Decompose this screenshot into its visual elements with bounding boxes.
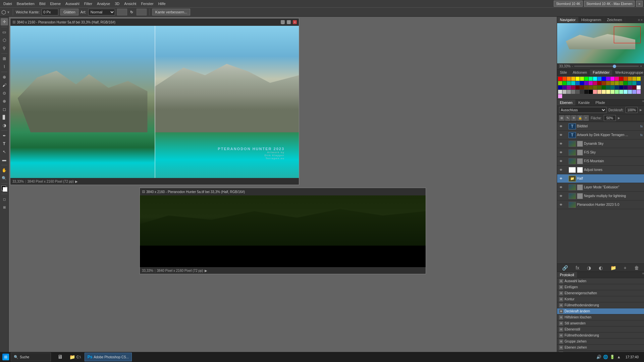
swatch-74[interactable] (632, 90, 636, 94)
tool-hand[interactable]: ✋ (1, 167, 8, 174)
tool-dodge[interactable]: ◑ (1, 122, 8, 129)
tab-zeichnen[interactable]: Zeichnen (604, 17, 625, 23)
swatch-42[interactable] (576, 85, 580, 89)
background-color[interactable] (3, 187, 7, 192)
layer-fx-btn[interactable]: fx (576, 265, 579, 270)
doc-titlebar[interactable]: 🖼 3840 x 2160 - Pteranodon Hunter 5a.tif… (10, 18, 299, 26)
menu-item-3d[interactable]: 3D (113, 1, 121, 6)
navigator-preview[interactable] (557, 23, 644, 63)
swatch-32[interactable] (615, 81, 619, 85)
swatch-61[interactable] (576, 90, 580, 94)
tool-pen[interactable]: ✒ (1, 132, 8, 139)
swatch-7[interactable] (589, 77, 593, 81)
tab-navigator[interactable]: Navigator (557, 17, 579, 23)
swatch-18[interactable] (637, 77, 641, 81)
layer-item-9[interactable]: 👁Pteranodon Hunter 2023 5.0 (557, 200, 644, 209)
tool-shape[interactable]: ▬ (1, 156, 8, 164)
swatch-19[interactable] (558, 81, 562, 85)
swatch-68[interactable] (606, 90, 610, 94)
swatch-13[interactable] (615, 77, 619, 81)
swatch-2[interactable] (567, 77, 571, 81)
layer-eye-4[interactable]: 👁 (558, 159, 563, 164)
swatch-39[interactable] (562, 85, 567, 89)
lock-pos-btn[interactable]: ✛ (571, 115, 577, 121)
swatch-4[interactable] (576, 77, 580, 81)
swatch-71[interactable] (619, 90, 623, 94)
swatch-30[interactable] (606, 81, 610, 85)
history-item-9[interactable]: ⊞Füllmethodenänderung (557, 333, 644, 339)
swatch-22[interactable] (571, 81, 575, 85)
swatch-21[interactable] (567, 81, 571, 85)
swatch-3[interactable] (571, 77, 575, 81)
tool-icon-lasso[interactable]: ⬡ (1, 9, 6, 15)
history-item-0[interactable]: ⊞Auswahl laden (557, 278, 644, 284)
history-item-8[interactable]: ⊞Ebenenstil (557, 326, 644, 333)
layer-eye-6[interactable]: 👁 (558, 176, 563, 181)
swatch-64[interactable] (589, 90, 593, 94)
menu-item-bild[interactable]: Bild (37, 1, 47, 6)
swatch-6[interactable] (584, 77, 588, 81)
swatch-35[interactable] (628, 81, 632, 85)
layer-item-0[interactable]: 👁TBildtitelfx (557, 122, 644, 131)
swatch-66[interactable] (597, 90, 601, 94)
layer-mask-btn[interactable]: ◑ (587, 265, 591, 270)
tray-icon-3[interactable]: 🔋 (609, 354, 615, 360)
swatch-47[interactable] (597, 85, 601, 89)
refresh-icon[interactable]: ↻ (129, 9, 135, 15)
layer-item-8[interactable]: 👁Negativ multiply for lightning (557, 192, 644, 200)
swatch-57[interactable] (558, 90, 562, 94)
history-item-10[interactable]: ⊞Gruppe ziehen (557, 339, 644, 345)
swatch-26[interactable] (589, 81, 593, 85)
layer-eye-2[interactable]: 👁 (558, 141, 563, 146)
art-select[interactable]: Normal (88, 9, 115, 15)
layer-eye-0[interactable]: 👁 (558, 124, 563, 129)
lock-all-btn[interactable]: 🔒 (577, 115, 583, 121)
swatch-43[interactable] (580, 85, 584, 89)
blend-mode-select[interactable]: Ausschluss (559, 107, 606, 113)
swatch-28[interactable] (597, 81, 601, 85)
tray-icon-1[interactable]: 🔊 (596, 354, 601, 360)
search-label[interactable]: Suche (20, 355, 29, 359)
layer-item-7[interactable]: 👁Layer Mode "Exklusion" (557, 183, 644, 192)
doc-canvas-2[interactable] (140, 195, 426, 267)
swatch-55[interactable] (632, 85, 636, 89)
swatch-76[interactable] (558, 94, 562, 98)
history-item-3[interactable]: ⊞Kontur (557, 296, 644, 302)
show-desktop-btn[interactable] (641, 352, 643, 362)
swatch-41[interactable] (571, 85, 575, 89)
swatch-14[interactable] (619, 77, 623, 81)
swatch-72[interactable] (624, 90, 628, 94)
layer-item-6[interactable]: 👁📁Half (557, 174, 644, 183)
swatch-33[interactable] (619, 81, 623, 85)
layer-eye-8[interactable]: 👁 (558, 194, 563, 198)
doc-close-btn[interactable]: × (293, 20, 297, 24)
menu-item-bearbeiten[interactable]: Bearbeiten (15, 1, 37, 6)
layer-delete-btn[interactable]: 🗑 (634, 265, 639, 270)
taskbar-clock[interactable]: 17:37:40 (623, 355, 641, 359)
layer-eye-1[interactable]: 👁 (558, 133, 563, 137)
layer-item-4[interactable]: 👁F/S Mountain (557, 157, 644, 166)
tool-brush[interactable]: 🖌 (1, 81, 8, 89)
layer-eye-5[interactable]: 👁 (558, 168, 563, 172)
menu-item-ansicht[interactable]: Ansicht (122, 1, 138, 6)
menu-item-auswahl[interactable]: Auswahl (63, 1, 82, 6)
swatch-9[interactable] (597, 77, 601, 81)
tool-clone[interactable]: ⊙ (1, 89, 8, 97)
expand-btn[interactable]: » (636, 1, 643, 7)
swatch-27[interactable] (593, 81, 597, 85)
tool-eraser[interactable]: ◻ (1, 106, 8, 113)
layer-item-1[interactable]: 👁TArtwork by Dirk Kipper Terragen ...fx (557, 131, 644, 139)
history-item-2[interactable]: ⊞Ebeneneigenschaften (557, 290, 644, 296)
swatch-54[interactable] (628, 85, 632, 89)
color-fg-bg[interactable] (1, 186, 7, 192)
swatch-46[interactable] (593, 85, 597, 89)
menu-item-fenster[interactable]: Fenster (139, 1, 155, 6)
layer-link-btn[interactable]: 🔗 (562, 265, 568, 270)
swatch-16[interactable] (628, 77, 632, 81)
tool-path-select[interactable]: ↖ (1, 148, 8, 156)
tab-kanaele[interactable]: Kanäle (576, 100, 593, 106)
tool-heal[interactable]: ⊕ (1, 73, 8, 81)
swatch-1[interactable] (562, 77, 567, 81)
doc-canvas[interactable]: PTERANODON HUNTER 2023 Artwork byDirk Kl… (10, 26, 299, 178)
glaetten-btn[interactable]: Glätten (60, 9, 78, 15)
